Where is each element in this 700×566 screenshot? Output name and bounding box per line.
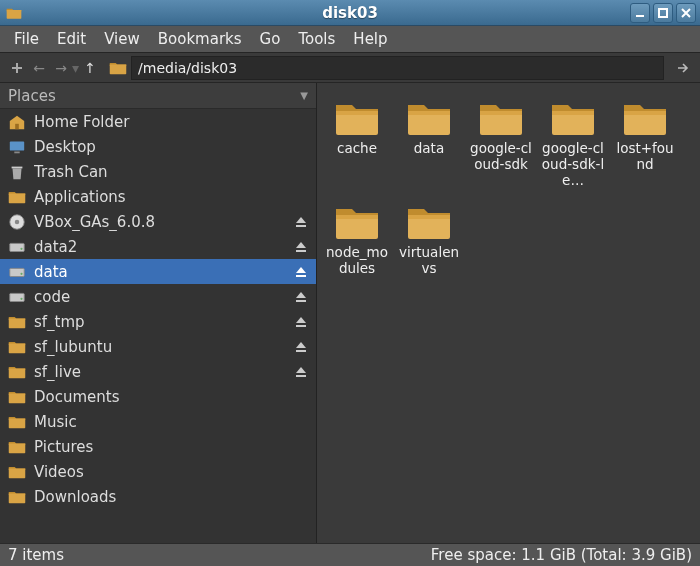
minimize-button[interactable] <box>630 3 650 23</box>
folder-item[interactable]: virtualenvs <box>397 201 461 277</box>
menu-bookmarks[interactable]: Bookmarks <box>150 27 250 51</box>
sidebar-item-music[interactable]: Music <box>0 409 316 434</box>
menu-view[interactable]: View <box>96 27 148 51</box>
trash-icon <box>8 163 26 181</box>
folder-icon <box>8 488 26 506</box>
sidebar-item-documents[interactable]: Documents <box>0 384 316 409</box>
sidebar-item-label: sf_live <box>34 363 286 381</box>
folder-view[interactable]: cachedatagoogle-cloud-sdkgoogle-cloud-sd… <box>317 83 700 543</box>
sidebar-item-home-folder[interactable]: Home Folder <box>0 109 316 134</box>
folder-icon <box>8 313 26 331</box>
sidebar-item-sf-lubuntu[interactable]: sf_lubuntu <box>0 334 316 359</box>
folder-icon <box>333 97 381 137</box>
eject-icon[interactable] <box>294 240 308 254</box>
app-folder-icon <box>6 5 22 21</box>
sidebar-item-desktop[interactable]: Desktop <box>0 134 316 159</box>
sidebar-item-label: Applications <box>34 188 308 206</box>
sidebar-item-label: Downloads <box>34 488 308 506</box>
menu-file[interactable]: File <box>6 27 47 51</box>
eject-icon[interactable] <box>294 365 308 379</box>
sidebar-item-trash-can[interactable]: Trash Can <box>0 159 316 184</box>
folder-label: virtualenvs <box>397 245 461 277</box>
svg-rect-18 <box>296 350 306 352</box>
folder-icon <box>8 363 26 381</box>
svg-rect-3 <box>14 151 19 153</box>
titlebar[interactable]: disk03 <box>0 0 700 26</box>
folder-item[interactable]: node_modules <box>325 201 389 277</box>
folder-item[interactable]: cache <box>325 97 389 189</box>
svg-rect-2 <box>10 141 24 150</box>
eject-icon[interactable] <box>294 315 308 329</box>
folder-label: google-cloud-sdk <box>469 141 533 173</box>
file-manager-window: disk03 File Edit View Bookmarks Go Tools… <box>0 0 700 566</box>
sidebar-item-sf-live[interactable]: sf_live <box>0 359 316 384</box>
close-button[interactable] <box>676 3 696 23</box>
sidebar-item-label: sf_tmp <box>34 313 286 331</box>
folder-item[interactable]: data <box>397 97 461 189</box>
drive-icon <box>8 288 26 306</box>
svg-point-6 <box>15 219 20 224</box>
path-folder-icon <box>109 59 127 77</box>
sidebar-item-label: Music <box>34 413 308 431</box>
new-tab-button[interactable] <box>6 57 28 79</box>
desktop-icon <box>8 138 26 156</box>
sidebar-item-label: data <box>34 263 286 281</box>
menu-go[interactable]: Go <box>252 27 289 51</box>
svg-rect-11 <box>10 268 24 276</box>
folder-label: lost+found <box>613 141 677 173</box>
sidebar-item-applications[interactable]: Applications <box>0 184 316 209</box>
sidebar-item-downloads[interactable]: Downloads <box>0 484 316 509</box>
sidebar-item-videos[interactable]: Videos <box>0 459 316 484</box>
eject-icon[interactable] <box>294 265 308 279</box>
svg-rect-16 <box>296 300 306 302</box>
sidebar-item-label: sf_lubuntu <box>34 338 286 356</box>
sidebar-item-sf-tmp[interactable]: sf_tmp <box>0 309 316 334</box>
eject-icon[interactable] <box>294 290 308 304</box>
sidebar-item-vbox-gas-6-0-8[interactable]: VBox_GAs_6.0.8 <box>0 209 316 234</box>
sidebar-item-label: VBox_GAs_6.0.8 <box>34 213 286 231</box>
folder-icon <box>405 201 453 241</box>
sidebar-item-label: Pictures <box>34 438 308 456</box>
places-list: Home FolderDesktopTrash CanApplicationsV… <box>0 109 316 543</box>
menu-help[interactable]: Help <box>345 27 395 51</box>
menubar: File Edit View Bookmarks Go Tools Help <box>0 26 700 53</box>
places-header[interactable]: Places ▼ <box>0 83 316 109</box>
drive-icon <box>8 263 26 281</box>
folder-item[interactable]: google-cloud-sdk-le… <box>541 97 605 189</box>
folder-icon <box>8 463 26 481</box>
sidebar-item-label: Trash Can <box>34 163 308 181</box>
sidebar-item-code[interactable]: code <box>0 284 316 309</box>
menu-tools[interactable]: Tools <box>290 27 343 51</box>
status-right: Free space: 1.1 GiB (Total: 3.9 GiB) <box>431 546 692 564</box>
svg-rect-10 <box>296 250 306 252</box>
toolbar: ← → ▾ ↑ /media/disk03 <box>0 53 700 83</box>
folder-item[interactable]: lost+found <box>613 97 677 189</box>
status-left: 7 items <box>8 546 64 564</box>
maximize-button[interactable] <box>653 3 673 23</box>
svg-rect-14 <box>10 293 24 301</box>
folder-icon <box>8 188 26 206</box>
sidebar-item-data[interactable]: data <box>0 259 316 284</box>
go-button[interactable] <box>672 57 694 79</box>
path-input[interactable]: /media/disk03 <box>131 56 664 80</box>
path-text: /media/disk03 <box>138 60 237 76</box>
sidebar-item-data2[interactable]: data2 <box>0 234 316 259</box>
disc-icon <box>8 213 26 231</box>
eject-icon[interactable] <box>294 340 308 354</box>
sidebar-item-label: code <box>34 288 286 306</box>
svg-rect-1 <box>15 123 19 128</box>
eject-icon[interactable] <box>294 215 308 229</box>
places-sidebar: Places ▼ Home FolderDesktopTrash CanAppl… <box>0 83 317 543</box>
forward-button[interactable]: → <box>50 57 72 79</box>
svg-rect-7 <box>296 225 306 227</box>
back-button[interactable]: ← <box>28 57 50 79</box>
statusbar: 7 items Free space: 1.1 GiB (Total: 3.9 … <box>0 543 700 566</box>
menu-edit[interactable]: Edit <box>49 27 94 51</box>
folder-icon <box>8 338 26 356</box>
sidebar-item-pictures[interactable]: Pictures <box>0 434 316 459</box>
up-button[interactable]: ↑ <box>79 57 101 79</box>
drive-icon <box>8 238 26 256</box>
places-label: Places <box>8 87 56 105</box>
sidebar-item-label: Documents <box>34 388 308 406</box>
folder-item[interactable]: google-cloud-sdk <box>469 97 533 189</box>
